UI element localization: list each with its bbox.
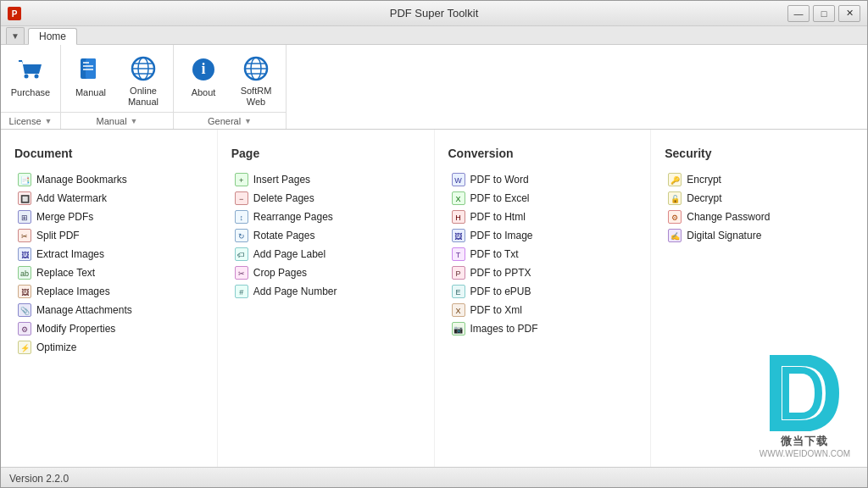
pdf-to-excel-icon: X — [452, 191, 465, 205]
purchase-button[interactable]: Purchase — [6, 48, 55, 106]
pdf-to-image-label: PDF to Image — [470, 230, 533, 241]
manage-attachments-item[interactable]: 📎 Manage Attachments — [14, 301, 203, 319]
split-pdf-icon: ✂ — [18, 229, 31, 242]
purchase-label: Purchase — [11, 87, 50, 98]
online-manual-button[interactable]: OnlineManual — [119, 48, 168, 106]
manage-attachments-label: Manage Attachments — [36, 304, 132, 316]
pdf-to-txt-item[interactable]: T PDF to Txt — [448, 245, 637, 263]
extract-images-icon: 🖼 — [18, 247, 31, 261]
pdf-to-epub-item[interactable]: E PDF to ePUB — [448, 282, 637, 301]
images-to-pdf-icon: 📷 — [452, 322, 465, 336]
replace-images-label: Replace Images — [36, 286, 110, 297]
security-section-title: Security — [665, 147, 854, 160]
rotate-pages-item[interactable]: ↻ Rotate Pages — [231, 226, 420, 245]
decrypt-label: Decrypt — [687, 192, 721, 204]
encrypt-item[interactable]: 🔑 Encrypt — [665, 170, 854, 189]
about-button[interactable]: i About — [179, 48, 228, 106]
pdf-to-html-item[interactable]: H PDF to Html — [448, 208, 637, 226]
pdf-to-epub-label: PDF to ePUB — [470, 286, 531, 297]
page-section-title: Page — [231, 147, 420, 160]
pdf-to-pptx-icon: P — [452, 266, 465, 280]
maximize-button[interactable]: □ — [813, 5, 835, 22]
statusbar: Version 2.2.0 — [1, 467, 867, 488]
crop-pages-item[interactable]: ✂ Crop Pages — [231, 263, 420, 282]
online-manual-label: OnlineManual — [128, 86, 159, 108]
svg-point-3 — [25, 75, 29, 79]
modify-properties-icon: ⚙ — [18, 322, 31, 336]
modify-properties-label: Modify Properties — [36, 323, 115, 335]
pdf-to-excel-label: PDF to Excel — [470, 192, 530, 204]
manual-button[interactable]: Manual — [66, 48, 115, 106]
insert-pages-icon: + — [235, 173, 248, 186]
pdf-to-image-item[interactable]: 🖼 PDF to Image — [448, 226, 637, 245]
add-page-number-item[interactable]: # Add Page Number — [231, 282, 420, 301]
extract-images-item[interactable]: 🖼 Extract Images — [14, 245, 203, 263]
book-icon — [75, 54, 106, 85]
decrypt-icon: 🔓 — [668, 191, 682, 205]
pdf-to-word-label: PDF to Word — [470, 174, 529, 186]
pdf-to-excel-item[interactable]: X PDF to Excel — [448, 189, 637, 208]
manage-bookmarks-item[interactable]: 📑 Manage Bookmarks — [14, 170, 203, 189]
online-manual-icon — [128, 54, 159, 83]
document-section-title: Document — [14, 147, 203, 160]
pdf-to-pptx-item[interactable]: P PDF to PPTX — [448, 263, 637, 282]
encrypt-label: Encrypt — [687, 174, 721, 186]
ribbon-expand-button[interactable]: ▼ — [6, 27, 25, 44]
softrm-web-icon — [241, 54, 271, 83]
pdf-to-xml-item[interactable]: X PDF to Xml — [448, 301, 637, 319]
encrypt-icon: 🔑 — [668, 173, 682, 186]
tab-home[interactable]: Home — [28, 28, 77, 45]
add-page-number-label: Add Page Number — [253, 286, 337, 297]
digital-signature-icon: ✍ — [668, 229, 682, 242]
digital-signature-item[interactable]: ✍ Digital Signature — [665, 226, 854, 245]
general-expand-arrow: ▼ — [244, 117, 252, 125]
delete-pages-item[interactable]: − Delete Pages — [231, 189, 420, 208]
insert-pages-label: Insert Pages — [253, 174, 310, 186]
minimize-button[interactable]: — — [787, 5, 810, 22]
optimize-item[interactable]: ⚡ Optimize — [14, 338, 203, 357]
manual-label: Manual — [75, 87, 106, 98]
replace-text-item[interactable]: ab Replace Text — [14, 263, 203, 282]
version-text: Version 2.2.0 — [9, 473, 69, 485]
delete-pages-label: Delete Pages — [253, 192, 314, 204]
pdf-to-word-icon: W — [452, 173, 465, 186]
images-to-pdf-label: Images to PDF — [470, 323, 538, 335]
add-page-label-item[interactable]: 🏷 Add Page Label — [231, 245, 420, 263]
pdf-to-word-item[interactable]: W PDF to Word — [448, 170, 637, 189]
rearrange-pages-label: Rearrange Pages — [253, 211, 333, 223]
ribbon-spacer — [287, 45, 867, 129]
change-password-item[interactable]: ⚙ Change Password — [665, 208, 854, 226]
add-page-label-label: Add Page Label — [253, 248, 326, 260]
titlebar: P PDF Super Toolkit — □ ✕ — [1, 1, 867, 26]
about-icon: i — [188, 54, 219, 85]
split-pdf-item[interactable]: ✂ Split PDF — [14, 226, 203, 245]
modify-properties-item[interactable]: ⚙ Modify Properties — [14, 319, 203, 338]
rotate-pages-label: Rotate Pages — [253, 230, 315, 241]
watermark-logo: 微当下载 WWW.WEIDOWN.COM — [760, 355, 850, 458]
crop-pages-label: Crop Pages — [253, 267, 307, 279]
pdf-to-xml-label: PDF to Xml — [470, 304, 522, 316]
merge-pdfs-item[interactable]: ⊞ Merge PDFs — [14, 208, 203, 226]
pdf-to-epub-icon: E — [452, 285, 465, 298]
conversion-section: Conversion W PDF to Word X PDF to Excel … — [435, 130, 652, 467]
main-content: Document 📑 Manage Bookmarks 🔲 Add Waterm… — [1, 130, 867, 467]
ribbon-group-manual: Manual OnlineManual Manual ▼ — [61, 45, 174, 129]
change-password-icon: ⚙ — [668, 210, 682, 224]
svg-text:i: i — [201, 60, 205, 77]
pdf-to-pptx-label: PDF to PPTX — [470, 267, 531, 279]
close-button[interactable]: ✕ — [838, 5, 860, 22]
optimize-icon: ⚡ — [18, 341, 31, 354]
svg-rect-6 — [86, 58, 96, 79]
pdf-to-image-icon: 🖼 — [452, 229, 465, 242]
digital-signature-label: Digital Signature — [687, 230, 761, 241]
insert-pages-item[interactable]: + Insert Pages — [231, 170, 420, 189]
images-to-pdf-item[interactable]: 📷 Images to PDF — [448, 319, 637, 338]
rotate-pages-icon: ↻ — [235, 229, 248, 242]
rearrange-pages-item[interactable]: ↕ Rearrange Pages — [231, 208, 420, 226]
replace-images-item[interactable]: 🖼 Replace Images — [14, 282, 203, 301]
rearrange-pages-icon: ↕ — [235, 210, 248, 224]
softrm-web-button[interactable]: SoftRMWeb — [231, 48, 281, 106]
decrypt-item[interactable]: 🔓 Decrypt — [665, 189, 854, 208]
ribbon-group-license: Purchase License ▼ — [1, 45, 61, 129]
add-watermark-item[interactable]: 🔲 Add Watermark — [14, 189, 203, 208]
